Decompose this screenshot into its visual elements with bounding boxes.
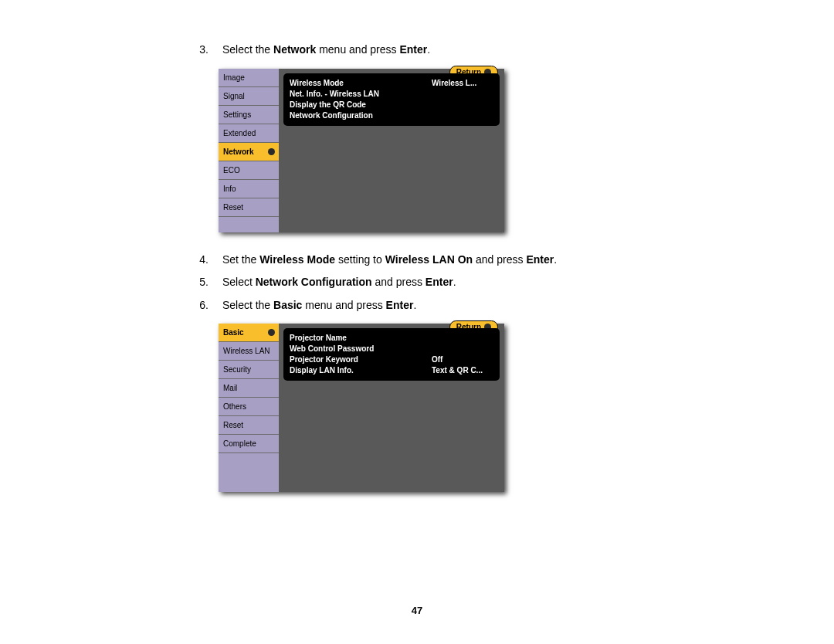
sidebar-item-mail[interactable]: Mail: [219, 379, 279, 398]
sidebar-item-signal[interactable]: Signal: [219, 87, 279, 106]
sidebar-item-others[interactable]: Others: [219, 398, 279, 416]
step-number: 5.: [188, 275, 208, 290]
sidebar-item-image[interactable]: Image: [219, 69, 279, 87]
sidebar-item-basic[interactable]: Basic: [219, 324, 279, 342]
sidebar-item-complete[interactable]: Complete: [219, 435, 279, 453]
projector-menu-basic: Basic Wireless LAN Security Mail Others …: [219, 324, 504, 492]
menu-panel: Projector Name Web Control Password Proj…: [283, 328, 500, 381]
step-text: Select Network Configuration and press E…: [222, 276, 456, 288]
panel-row[interactable]: Display LAN Info.Text & QR C...: [290, 365, 493, 376]
step-5: 5. Select Network Configuration and pres…: [0, 275, 834, 290]
panel-row[interactable]: Web Control Password: [290, 344, 493, 354]
sidebar-item-extended[interactable]: Extended: [219, 124, 279, 143]
page-number: 47: [0, 605, 834, 616]
panel-row[interactable]: Wireless ModeWireless L...: [290, 78, 493, 89]
document-page: 3. Select the Network menu and press Ent…: [0, 0, 834, 644]
step-text: Set the Wireless Mode setting to Wireles…: [222, 253, 557, 266]
step-text: Select the Network menu and press Enter.: [222, 43, 430, 56]
projector-menu-network: Image Signal Settings Extended Network E…: [219, 69, 504, 232]
step-4: 4. Set the Wireless Mode setting to Wire…: [0, 253, 834, 268]
step-6: 6. Select the Basic menu and press Enter…: [0, 298, 834, 314]
sidebar-fill: [219, 217, 279, 232]
sidebar-item-reset[interactable]: Reset: [219, 198, 279, 217]
panel-row[interactable]: Network Configuration: [290, 110, 493, 121]
panel-row[interactable]: Display the QR Code: [290, 100, 493, 110]
step-text: Select the Basic menu and press Enter.: [222, 299, 416, 311]
menu-panel: Wireless ModeWireless L... Net. Info. - …: [283, 73, 500, 126]
sidebar-item-settings[interactable]: Settings: [219, 106, 279, 124]
step-3: 3. Select the Network menu and press Ent…: [0, 42, 834, 58]
step-number: 3.: [188, 42, 208, 58]
sidebar-fill: [219, 453, 279, 492]
step-number: 4.: [188, 253, 208, 268]
panel-row[interactable]: Net. Info. - Wireless LAN: [290, 89, 493, 100]
panel-row[interactable]: Projector KeywordOff: [290, 354, 493, 365]
menu-sidebar: Image Signal Settings Extended Network E…: [219, 69, 279, 232]
sidebar-item-eco[interactable]: ECO: [219, 161, 279, 180]
sidebar-item-wireless-lan[interactable]: Wireless LAN: [219, 342, 279, 361]
sidebar-item-network[interactable]: Network: [219, 143, 279, 161]
panel-row[interactable]: Projector Name: [290, 333, 493, 344]
step-number: 6.: [188, 298, 208, 314]
sidebar-item-security[interactable]: Security: [219, 361, 279, 379]
sidebar-item-info[interactable]: Info: [219, 180, 279, 198]
sidebar-item-reset[interactable]: Reset: [219, 416, 279, 435]
